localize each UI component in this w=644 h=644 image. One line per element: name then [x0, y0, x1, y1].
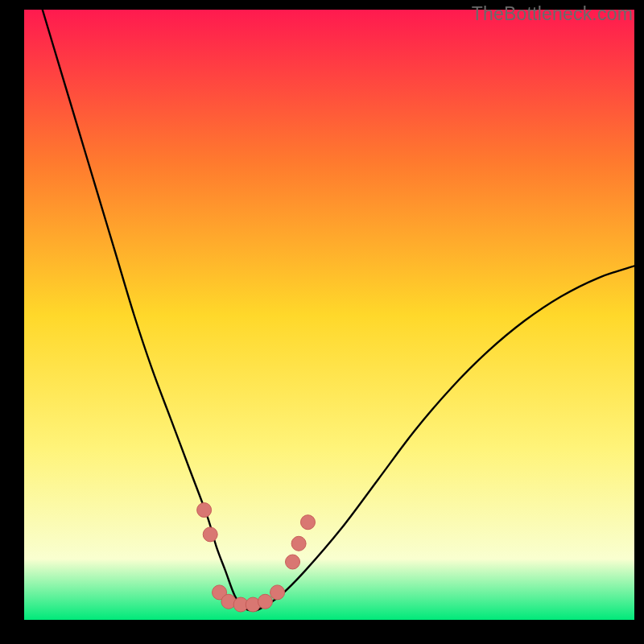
plot-area	[24, 10, 634, 620]
bottleneck-chart	[24, 10, 634, 620]
curve-marker	[203, 527, 217, 542]
curve-marker	[258, 594, 272, 609]
chart-frame: TheBottleneck.com	[0, 0, 644, 644]
watermark-text: TheBottleneck.com	[472, 3, 633, 25]
curve-marker	[270, 585, 285, 600]
gradient-background	[24, 10, 634, 620]
curve-marker	[291, 536, 306, 551]
curve-marker	[197, 503, 212, 518]
curve-marker	[300, 515, 315, 530]
curve-marker	[286, 555, 300, 569]
